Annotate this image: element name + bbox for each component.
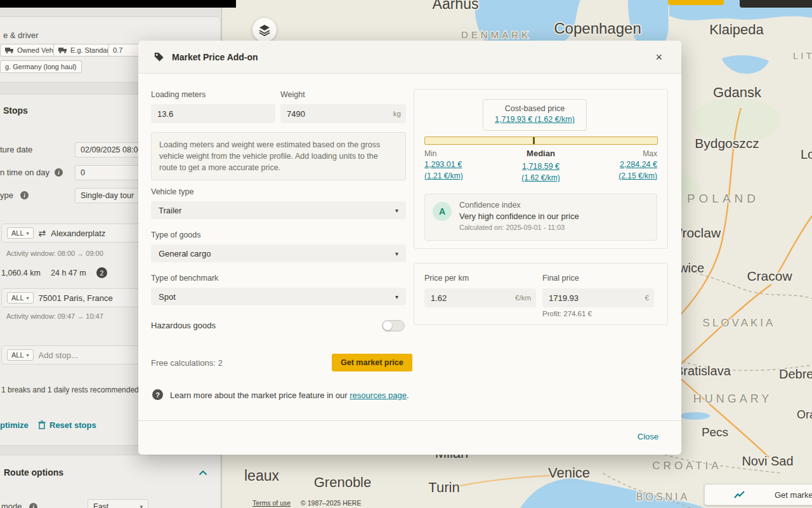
stop-filter-dropdown[interactable]: ALL▾: [7, 349, 34, 361]
city-label: Aarhus: [433, 0, 479, 12]
toolbar-dark-button-cut[interactable]: [740, 0, 812, 8]
learn-more-suffix: .: [407, 391, 409, 400]
type-of-benchmark-select[interactable]: Spot ▾: [151, 288, 406, 305]
weight-field: kg: [280, 104, 406, 123]
price-per-km-field: €/km: [424, 288, 536, 307]
loading-meters-input[interactable]: [151, 104, 275, 123]
max-price-link[interactable]: 2,284.24 €: [620, 160, 657, 169]
copyright-text: © 1987–2025 HERE: [301, 499, 361, 507]
type-of-benchmark-label: Type of benchmark: [151, 274, 218, 283]
modal-close-button[interactable]: Close: [638, 432, 658, 441]
city-label: Debrecen: [779, 367, 812, 381]
city-label: Venice: [548, 465, 590, 481]
city-label: leaux: [244, 467, 279, 484]
map-attribution: Terms of use © 1987–2025 HERE: [252, 499, 361, 507]
routing-mode-value: Fast: [93, 502, 108, 508]
price-range-slider[interactable]: [424, 137, 658, 145]
vehicle-type-label: Vehicle type: [151, 187, 193, 196]
chevron-up-icon[interactable]: [199, 470, 207, 476]
activity-window-text: Activity window: 08:00 → 09:00: [6, 250, 103, 257]
price-marker[interactable]: [533, 137, 535, 144]
modal-footer-divider: [138, 420, 681, 421]
weight-input[interactable]: [280, 104, 406, 123]
layers-icon: [258, 23, 271, 37]
market-price-result-box: Cost-based price 1,719.93 € (1.62 €/km) …: [414, 89, 668, 249]
median-rate-link[interactable]: (1.62 €/km): [521, 173, 560, 182]
vehicle-type-select[interactable]: Trailer ▾: [151, 201, 406, 219]
stop-filter-dropdown[interactable]: ALL▾: [7, 292, 34, 304]
leg-distance: 1,060.4 km: [1, 269, 41, 277]
city-label: Bydgoszcz: [695, 136, 759, 150]
info-icon[interactable]: i: [20, 191, 29, 199]
toggle-knob: [383, 321, 392, 330]
map-get-market-price-button[interactable]: Get market price: [704, 484, 812, 505]
stop-name: 75001 Paris, France: [39, 293, 113, 303]
chevron-down-icon: ▾: [27, 231, 29, 236]
stop-filter-label: ALL: [11, 294, 24, 302]
stop-filter-label: ALL: [11, 351, 24, 359]
final-price-input[interactable]: [542, 288, 654, 307]
optimize-button[interactable]: ptimize: [0, 420, 29, 430]
cost-based-price-box: Cost-based price 1,719.93 € (1.62 €/km): [483, 99, 587, 131]
resources-page-link[interactable]: resources page: [350, 391, 407, 400]
chevron-down-icon: ▾: [140, 504, 143, 508]
window-top-strip: [0, 0, 236, 8]
add-stop-placeholder[interactable]: Add stop...: [39, 351, 78, 360]
market-price-modal: Market Price Add-on × Loading meters Wei…: [138, 41, 681, 455]
toolbar-yellow-button-cut[interactable]: [668, 0, 724, 5]
city-label: Grenoble: [314, 474, 372, 490]
median-price-link[interactable]: 1,718.59 €: [522, 162, 560, 171]
rate-chip-label: 0.7: [113, 46, 122, 54]
price-per-km-label: Price per km: [424, 274, 469, 283]
cost-based-price-link[interactable]: 1,719.93 € (1.62 €/km): [495, 115, 575, 124]
get-market-price-button[interactable]: Get market price: [332, 354, 412, 371]
city-label: Oradea: [797, 408, 812, 421]
city-label: Cracow: [747, 269, 792, 283]
max-label: Max: [643, 149, 657, 158]
price-per-km-unit: €/km: [515, 294, 531, 302]
help-icon: ?: [152, 389, 163, 400]
country-label: POLAND: [687, 192, 759, 205]
map-layers-button[interactable]: [252, 18, 277, 42]
leg-count-badge[interactable]: 2: [96, 267, 107, 278]
weight-label: Weight: [280, 90, 305, 99]
trash-icon[interactable]: [38, 420, 46, 429]
activity-window-text: Activity window: 09:47 → 10:47: [6, 312, 103, 320]
info-icon[interactable]: i: [29, 503, 37, 508]
city-label: Copenhagen: [554, 20, 641, 37]
median-label: Median: [414, 149, 667, 158]
stop-filter-dropdown[interactable]: ALL▾: [7, 227, 34, 239]
country-label: HUNGARY: [693, 392, 773, 405]
driver-profile-chip[interactable]: g. Germany (long haul): [0, 60, 82, 73]
city-label: Novi Sad: [742, 454, 793, 468]
close-icon[interactable]: ×: [652, 51, 666, 64]
info-icon[interactable]: i: [55, 168, 63, 177]
departure-date-label: ture date: [0, 145, 32, 154]
price-edit-box: Price per km Final price €/km € Profit: …: [414, 263, 668, 325]
swap-icon[interactable]: ⇄: [39, 228, 46, 238]
city-label: Klaipeda: [709, 22, 764, 37]
vehicle-driver-section-title: e & driver: [3, 30, 39, 40]
reset-stops-button[interactable]: Reset stops: [49, 420, 96, 430]
hazardous-goods-toggle[interactable]: [382, 320, 405, 331]
city-label: Pecs: [702, 425, 728, 439]
chart-icon: [734, 490, 745, 499]
chevron-down-icon: ▾: [395, 207, 398, 214]
final-price-label: Final price: [542, 274, 579, 283]
screen: Aarhus Copenhagen Klaipeda Gdansk Bydgos…: [0, 0, 812, 508]
map-market-button-label: Get market price: [775, 490, 812, 500]
city-label: Bratislava: [675, 364, 731, 378]
confidence-index-box: A Confidence index Very high confidence …: [424, 194, 657, 241]
chevron-down-icon: ▾: [27, 352, 29, 358]
tour-type-label: ype: [0, 190, 13, 200]
terms-of-use-link[interactable]: Terms of use: [252, 499, 291, 507]
type-of-goods-select[interactable]: General cargo ▾: [151, 244, 406, 262]
modal-header: Market Price Add-on ×: [138, 41, 681, 74]
confidence-date: Calculated on: 2025-09-01 - 11:03: [459, 224, 565, 231]
market-price-icon: [154, 51, 164, 62]
routing-mode-select[interactable]: Fast ▾: [88, 499, 148, 508]
chevron-down-icon: ▾: [395, 250, 398, 257]
stop-filter-label: ALL: [11, 229, 24, 237]
max-rate-link[interactable]: (2.15 €/km): [619, 171, 657, 180]
final-price-field: €: [542, 288, 654, 307]
